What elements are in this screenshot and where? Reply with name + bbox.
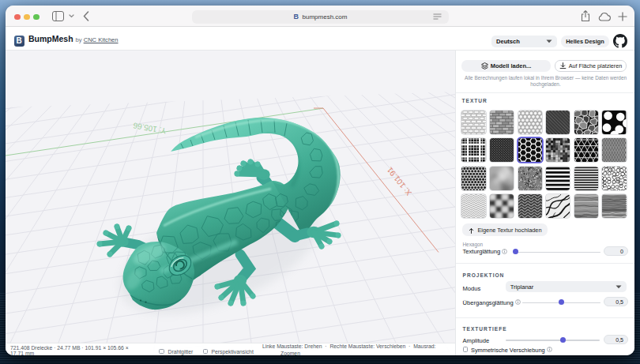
svg-text:X: 101.91: X: 101.91 xyxy=(385,165,413,197)
svg-text:Y: 105.66: Y: 105.66 xyxy=(132,121,167,135)
